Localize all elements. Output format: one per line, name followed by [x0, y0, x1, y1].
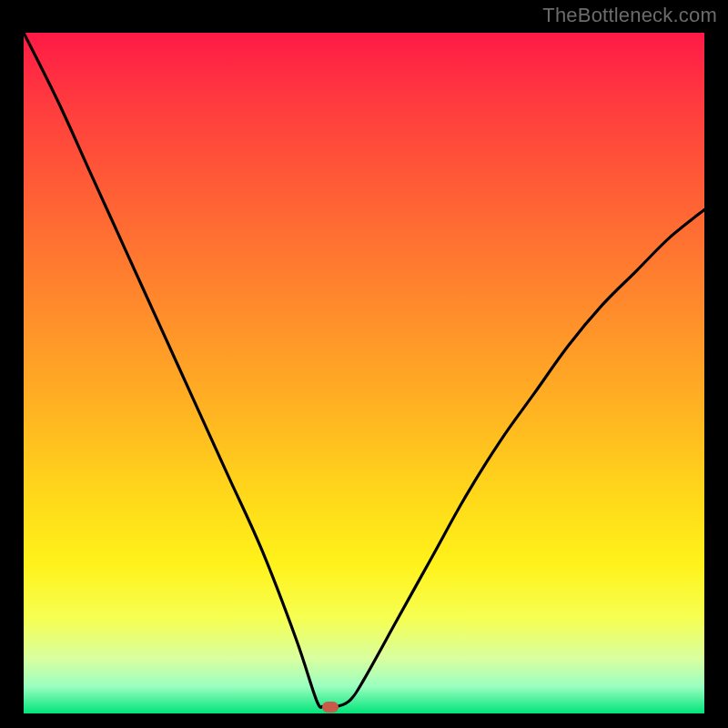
plot-area: [24, 33, 704, 713]
plot-border: [18, 27, 710, 719]
optimum-marker: [322, 702, 339, 713]
background-gradient: [24, 33, 704, 713]
chart-frame: TheBottleneck.com: [0, 0, 728, 728]
watermark-label: TheBottleneck.com: [542, 4, 717, 27]
